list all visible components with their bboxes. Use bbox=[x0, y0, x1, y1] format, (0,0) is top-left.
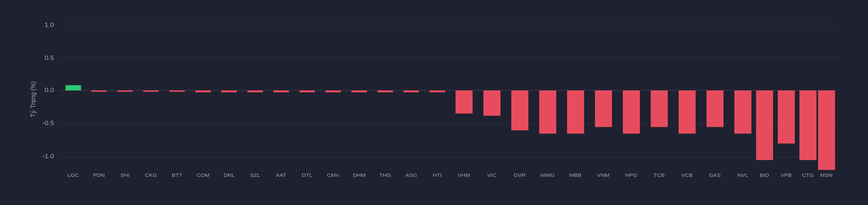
label-GVR: GVR bbox=[514, 172, 526, 178]
label-VCB: VCB bbox=[681, 172, 693, 178]
label-BID: BID bbox=[760, 172, 769, 178]
bar-VPB bbox=[778, 90, 795, 143]
bar-BTT bbox=[169, 90, 185, 92]
label-PDN: PDN bbox=[93, 172, 105, 178]
bar-BID bbox=[756, 90, 773, 160]
bar-MSN bbox=[818, 90, 835, 170]
label-MSN: MSN bbox=[820, 172, 833, 178]
label-BTT: BTT bbox=[172, 172, 182, 178]
bar-TCB bbox=[651, 90, 668, 127]
bar-COM bbox=[195, 90, 211, 92]
bar-VHM bbox=[456, 90, 473, 114]
chart-container: 1.0 0.5 0.0 -0.5 -1.0 Tỷ Trọng (%) LGC P… bbox=[0, 0, 868, 205]
bar-VIC bbox=[484, 90, 500, 116]
bar-PDN bbox=[91, 90, 106, 92]
label-COM: COM bbox=[196, 172, 210, 178]
y-label-05: 0.5 bbox=[44, 54, 54, 61]
label-DTL: DTL bbox=[302, 172, 312, 178]
bar-AAT bbox=[273, 90, 289, 92]
bar-HPG bbox=[623, 90, 640, 134]
bar-GVR bbox=[511, 90, 528, 130]
label-VNM: VNM bbox=[597, 172, 610, 178]
label-MBB: MBB bbox=[569, 172, 582, 178]
label-HTI: HTI bbox=[433, 172, 441, 178]
bar-DHM bbox=[351, 90, 367, 92]
label-VPB: VPB bbox=[781, 172, 792, 178]
y-label-n1: -1.0 bbox=[42, 153, 54, 160]
label-TCB: TCB bbox=[653, 172, 664, 178]
bar-MWG bbox=[539, 90, 556, 134]
y-label-1: 1.0 bbox=[44, 21, 54, 28]
bar-ASG bbox=[404, 90, 419, 92]
bar-SZL bbox=[247, 90, 262, 92]
bar-SHI bbox=[117, 90, 132, 92]
label-VHM: VHM bbox=[458, 172, 470, 178]
bar-THG bbox=[377, 90, 393, 92]
svg-rect-0 bbox=[26, 13, 848, 185]
label-ASG: ASG bbox=[405, 172, 417, 178]
y-label-n05: -0.5 bbox=[42, 120, 54, 126]
bar-CKG bbox=[143, 90, 159, 92]
bar-CMV bbox=[326, 90, 341, 92]
label-CMV: CMV bbox=[327, 172, 339, 178]
bar-VCB bbox=[679, 90, 695, 134]
label-AAT: AAT bbox=[276, 172, 286, 178]
label-CKG: CKG bbox=[145, 172, 157, 178]
label-NVL: NVL bbox=[737, 172, 748, 178]
y-label-0: 0.0 bbox=[44, 86, 54, 93]
bar-GAS bbox=[707, 90, 723, 127]
bar-HTI bbox=[429, 90, 445, 92]
label-DRL: DRL bbox=[223, 172, 235, 178]
bar-LGC bbox=[65, 85, 81, 90]
label-CTG: CTG bbox=[802, 172, 814, 178]
bar-DTL bbox=[299, 90, 315, 92]
bar-CTG bbox=[799, 90, 816, 160]
bar-chart: 1.0 0.5 0.0 -0.5 -1.0 Tỷ Trọng (%) LGC P… bbox=[26, 13, 848, 185]
bar-MBB bbox=[567, 90, 584, 134]
label-HPG: HPG bbox=[625, 172, 638, 178]
label-SZL: SZL bbox=[250, 172, 260, 178]
label-THG: THG bbox=[379, 172, 391, 178]
bar-DRL bbox=[221, 90, 237, 92]
label-SHI: SHI bbox=[120, 172, 129, 178]
label-DHM: DHM bbox=[353, 172, 366, 178]
label-LGC: LGC bbox=[67, 172, 79, 178]
bar-NVL bbox=[734, 90, 751, 134]
y-axis-title: Tỷ Trọng (%) bbox=[29, 81, 37, 117]
label-GAS: GAS bbox=[709, 172, 721, 178]
bar-VNM bbox=[595, 90, 612, 127]
label-MWG: MWG bbox=[540, 172, 555, 178]
label-VIC: VIC bbox=[487, 172, 497, 178]
